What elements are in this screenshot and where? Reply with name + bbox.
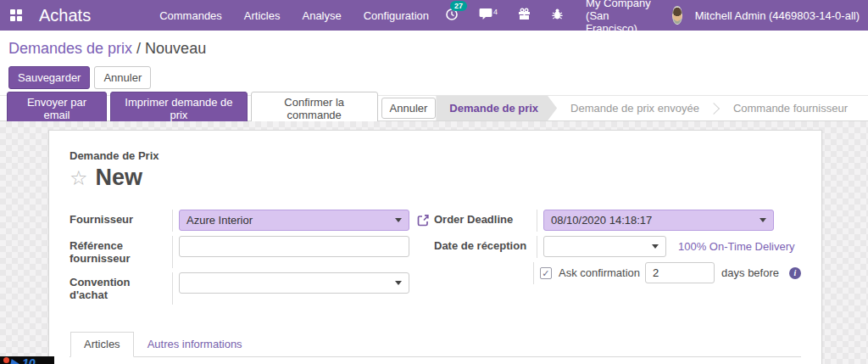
debug-button[interactable] (544, 4, 570, 26)
send-by-email-button[interactable]: Envoyer par email (7, 92, 107, 126)
tab-autres-informations[interactable]: Autres informations (134, 332, 256, 357)
info-tooltip-icon: i (789, 267, 801, 279)
control-panel-buttons: Sauvegarder Annuler (0, 59, 868, 95)
menu-commandes[interactable]: Commandes (150, 1, 231, 31)
activities-button[interactable]: 27 (438, 4, 465, 27)
user-menu[interactable]: Mitchell Admin (4469803-14-0-all) (695, 9, 860, 22)
breadcrumb: Demandes de prix / Nouveau (0, 31, 868, 59)
breadcrumb-separator: / (132, 40, 145, 57)
recording-number: 10 (22, 356, 36, 364)
statusbar: Demande de prix Demande de prix envoyée … (436, 96, 861, 120)
menu-configuration[interactable]: Configuration (354, 1, 438, 31)
notebook-tabs: Articles Autres informations (70, 331, 801, 357)
ask-confirmation-label: Ask confirmation (559, 266, 640, 279)
recording-dot-icon (3, 357, 9, 363)
doc-type-label: Demande de Prix (70, 149, 801, 162)
top-navbar: Achats Commandes Articles Analyse Config… (0, 0, 868, 31)
days-before-input[interactable] (645, 262, 715, 283)
recording-overlay-thumbnail: 10 (0, 356, 54, 364)
save-button[interactable]: Sauvegarder (8, 66, 90, 89)
convention-label: Convention d'achat (70, 272, 173, 305)
field-row-convention: Convention d'achat (70, 272, 434, 305)
discard-button[interactable]: Annuler (94, 66, 151, 89)
form-view-background: Demande de Prix ☆ New Fournisseur Azure … (0, 121, 868, 364)
ontime-delivery-link[interactable]: 100% On-Time Delivery (678, 240, 795, 253)
date-reception-label: Date de réception (434, 236, 537, 258)
menu-analyse[interactable]: Analyse (292, 1, 350, 31)
caret-down-icon (395, 281, 402, 285)
systray: 27 4 My Company (San Francisco) Mitch (438, 0, 860, 35)
empty-label-cell (434, 262, 534, 284)
record-title: New (96, 165, 143, 191)
breadcrumb-current: Nouveau (145, 40, 206, 57)
confirm-order-button[interactable]: Confirmer la commande (251, 92, 378, 126)
user-avatar[interactable] (672, 6, 682, 25)
days-before-label: days before (721, 266, 779, 279)
gift-button[interactable] (511, 4, 537, 26)
field-row-fournisseur: Fournisseur Azure Interior (70, 210, 434, 232)
favorite-star-icon[interactable]: ☆ (70, 169, 88, 188)
ask-confirmation-checkbox[interactable]: ✓ (540, 267, 552, 279)
form-sheet: Demande de Prix ☆ New Fournisseur Azure … (48, 130, 822, 364)
field-row-order-deadline: Order Deadline 08/10/2020 14:18:17 (434, 210, 801, 232)
status-step-rfq-sent[interactable]: Demande de prix envoyée (557, 96, 713, 120)
bug-icon (551, 8, 564, 23)
activity-count-badge: 27 (450, 1, 467, 11)
messages-button[interactable]: 4 (472, 4, 504, 26)
status-step-rfq[interactable]: Demande de prix (436, 96, 557, 120)
field-row-reference: Référence fournisseur (70, 236, 434, 268)
field-row-ask-confirmation: ✓ Ask confirmation days before i (434, 262, 801, 284)
workflow-buttons: Envoyer par email Imprimer demande de pr… (7, 92, 436, 126)
main-menu: Commandes Articles Analyse Configuration (150, 1, 438, 31)
right-field-group: Order Deadline 08/10/2020 14:18:17 Date … (434, 210, 801, 309)
menu-articles[interactable]: Articles (235, 1, 290, 31)
action-bar: Envoyer par email Imprimer demande de pr… (0, 95, 868, 121)
convention-select[interactable] (179, 272, 409, 294)
screen: Achats Commandes Articles Analyse Config… (0, 0, 868, 364)
order-deadline-select[interactable]: 08/10/2020 14:18:17 (543, 210, 774, 231)
gift-icon (518, 8, 531, 23)
left-field-group: Fournisseur Azure Interior Réf (70, 210, 434, 309)
external-link-icon[interactable] (417, 214, 430, 227)
tab-articles[interactable]: Articles (70, 332, 134, 357)
fournisseur-label: Fournisseur (70, 210, 173, 232)
caret-down-icon (760, 218, 766, 222)
title-row: ☆ New (70, 165, 801, 191)
order-deadline-value: 08/10/2020 14:18:17 (551, 214, 652, 227)
apps-menu-icon[interactable] (10, 9, 22, 22)
fournisseur-select[interactable]: Azure Interior (179, 210, 409, 231)
cancel-button[interactable]: Annuler (381, 98, 437, 119)
reference-label: Référence fournisseur (70, 236, 173, 268)
status-step-purchase-order[interactable]: Commande fournisseur (720, 96, 861, 120)
breadcrumb-parent-link[interactable]: Demandes de prix (8, 40, 132, 57)
form-groups: Fournisseur Azure Interior Réf (70, 210, 801, 309)
reference-input[interactable] (179, 236, 409, 257)
company-switcher[interactable]: My Company (San Francisco) (586, 0, 654, 35)
message-count: 4 (493, 8, 498, 16)
fournisseur-value: Azure Interior (186, 214, 253, 227)
print-rfq-button[interactable]: Imprimer demande de prix (110, 92, 248, 126)
field-row-date-reception: Date de réception 100% On-Time Delivery (434, 236, 801, 258)
caret-down-icon (395, 218, 402, 222)
date-reception-select[interactable] (543, 236, 666, 257)
caret-down-icon (652, 244, 659, 249)
chat-bubble-icon (479, 8, 492, 23)
app-brand[interactable]: Achats (39, 6, 91, 25)
order-deadline-label: Order Deadline (434, 210, 537, 232)
